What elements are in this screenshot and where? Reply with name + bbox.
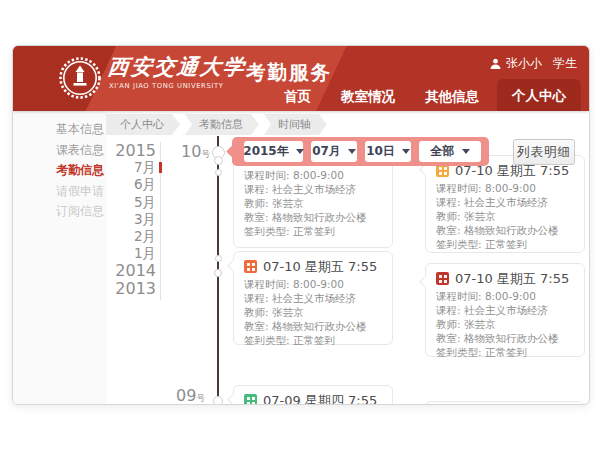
chevron-down-icon — [402, 149, 410, 154]
day-marker-09: 09号 — [176, 386, 205, 405]
timeline-dot — [214, 269, 222, 277]
user-icon — [490, 58, 501, 70]
month-dropdown[interactable]: 07月 — [311, 141, 357, 162]
nav-item-3[interactable]: 个人中心 — [497, 79, 581, 111]
nav-item-1[interactable]: 教室情况 — [329, 81, 407, 111]
timeline-dot — [215, 169, 222, 176]
card-title: 07-10 星期五 7:55 — [455, 270, 569, 288]
card-field: 课程时间: 8:00-9:00 — [244, 169, 382, 183]
card-field: 教师: 张芸京 — [436, 210, 574, 224]
card-field: 签到类型: 正常签到 — [244, 334, 382, 348]
card-title: 07-10 星期五 7:55 — [263, 258, 377, 276]
current-period-tick — [159, 162, 162, 173]
app-window: 西安交通大学 XI'AN JIAO TONG UNIVERSITY 考勤服务 张… — [12, 45, 590, 405]
day-dropdown[interactable]: 10日 — [365, 141, 411, 162]
timeline-period-3月[interactable]: 3月 — [63, 211, 156, 228]
card-field: 教师: 张芸京 — [244, 197, 382, 211]
timeline-period-list: 20157月6月5月3月2月1月20142013 — [63, 142, 156, 297]
app-header: 西安交通大学 XI'AN JIAO TONG UNIVERSITY 考勤服务 张… — [13, 46, 589, 111]
card-field: 课程: 社会主义市场经济 — [436, 196, 574, 210]
timeline-period-2015[interactable]: 2015 — [63, 142, 156, 159]
card-field: 课程: 社会主义市场经济 — [244, 183, 382, 197]
user-role: 学生 — [553, 55, 577, 72]
day-marker-10: 10号 — [181, 142, 210, 161]
card-field: 教师: 张芸京 — [244, 306, 382, 320]
university-logo-icon — [58, 56, 102, 104]
card-title: 07-09 星期四 7:55 — [263, 392, 377, 406]
breadcrumb: 个人中心考勤信息时间轴 — [106, 114, 327, 135]
attendance-card: 07-10 星期五 7:55课程时间: 8:00-9:00课程: 社会主义市场经… — [425, 263, 585, 357]
card-field: 教室: 格物致知行政办公楼 — [436, 332, 574, 346]
timeline-period-2月[interactable]: 2月 — [63, 228, 156, 245]
card-field: 教师: 张芸京 — [436, 318, 574, 332]
main-nav: 首页教室情况其他信息个人中心 — [272, 79, 581, 111]
timeline-period-2013[interactable]: 2013 — [63, 280, 156, 297]
year-dropdown[interactable]: 2015年 — [244, 141, 303, 162]
seal-icon — [244, 394, 257, 405]
sidebar-item-0[interactable]: 基本信息 — [13, 119, 106, 140]
timeline-dot — [214, 156, 223, 165]
user-info[interactable]: 张小小 学生 — [490, 55, 577, 72]
date-filter-bar: 2015年 07月 10日 全部 — [232, 137, 489, 166]
nav-item-0[interactable]: 首页 — [272, 81, 323, 111]
card-field: 教室: 格物致知行政办公楼 — [436, 224, 574, 238]
card-field: 课程时间: 8:00-9:00 — [436, 182, 574, 196]
breadcrumb-item-1[interactable]: 考勤信息 — [185, 114, 259, 135]
breadcrumb-item-2[interactable]: 时间轴 — [264, 114, 327, 135]
card-field: 教室: 格物致知行政办公楼 — [244, 211, 382, 225]
list-detail-button[interactable]: 列表明细 — [513, 139, 575, 165]
card-field: 签到类型: 正常签到 — [436, 346, 574, 360]
type-dropdown[interactable]: 全部 — [419, 141, 481, 162]
user-name: 张小小 — [506, 55, 542, 72]
chevron-down-icon — [462, 149, 470, 154]
university-name-zh: 西安交通大学 — [107, 53, 248, 81]
card-field: 签到类型: 正常签到 — [244, 225, 382, 239]
nav-item-2[interactable]: 其他信息 — [413, 81, 491, 111]
timeline-dot — [215, 255, 222, 262]
attendance-card: 07-10 星期五 7:55课程时间: 8:00-9:00课程: 社会主义市场经… — [425, 155, 585, 253]
attendance-card — [425, 401, 585, 405]
timeline-period-2014[interactable]: 2014 — [63, 262, 156, 279]
card-field: 课程: 社会主义市场经济 — [244, 292, 382, 306]
chevron-down-icon — [348, 149, 356, 154]
card-field: 课程时间: 8:00-9:00 — [244, 278, 382, 292]
breadcrumb-item-0[interactable]: 个人中心 — [106, 114, 180, 135]
card-field: 课程: 社会主义市场经济 — [436, 304, 574, 318]
timeline-period-7月[interactable]: 7月 — [63, 159, 156, 176]
timeline-dot — [213, 396, 223, 405]
card-field: 课程时间: 8:00-9:00 — [436, 290, 574, 304]
chevron-down-icon — [296, 149, 304, 154]
timeline-period-1月[interactable]: 1月 — [63, 245, 156, 262]
attendance-card: 07-10 星期五 7:55课程时间: 8:00-9:00课程: 社会主义市场经… — [233, 251, 393, 345]
timeline-period-6月[interactable]: 6月 — [63, 176, 156, 193]
card-field: 教室: 格物致知行政办公楼 — [244, 320, 382, 334]
seal-icon — [436, 272, 449, 285]
attendance-card: 07-09 星期四 7:55 — [233, 385, 393, 405]
university-name-en: XI'AN JIAO TONG UNIVERSITY — [109, 82, 223, 90]
card-field: 签到类型: 正常签到 — [436, 238, 574, 252]
timeline-period-5月[interactable]: 5月 — [63, 194, 156, 211]
seal-icon — [244, 260, 257, 273]
